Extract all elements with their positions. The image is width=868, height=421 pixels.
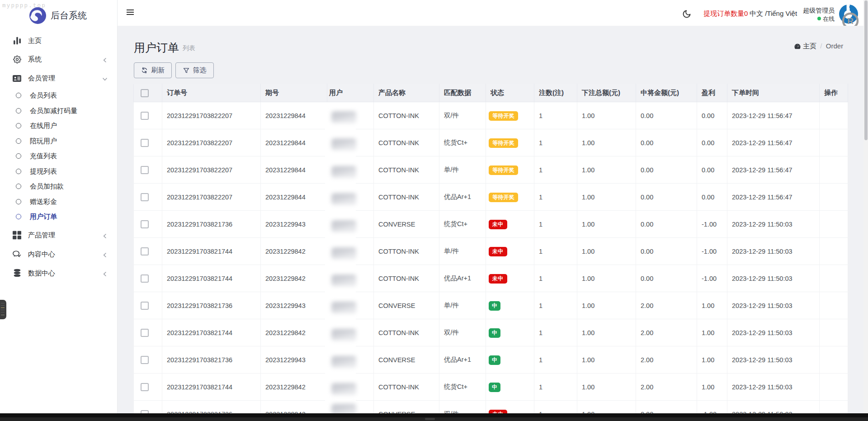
- svg-text:R: R: [847, 16, 854, 26]
